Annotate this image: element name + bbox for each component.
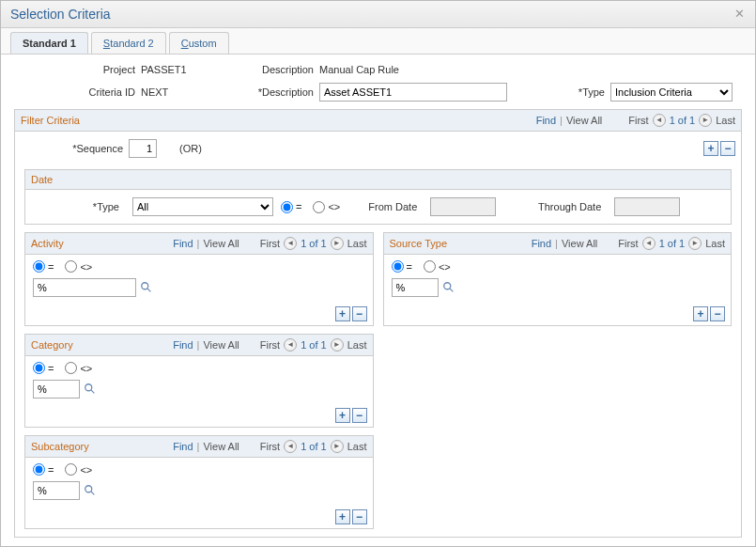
source-type-remove-button[interactable]: − [710, 306, 725, 321]
category-remove-button[interactable]: − [352, 408, 367, 423]
seq-remove-button[interactable]: − [720, 141, 735, 156]
date-type-select[interactable]: All [132, 197, 273, 216]
sequence-input[interactable] [129, 139, 157, 158]
activity-count[interactable]: 1 of 1 [301, 238, 327, 249]
lookup-icon[interactable] [140, 281, 153, 294]
activity-box: Activity Find| View All First ◄ 1 of 1 ►… [24, 232, 374, 326]
source-type-find-link[interactable]: Find [532, 238, 551, 249]
filter-count[interactable]: 1 of 1 [670, 115, 696, 126]
arrow-left-icon[interactable]: ◄ [284, 338, 297, 352]
source-type-neq-radio[interactable]: <> [424, 260, 451, 273]
filter-first[interactable]: First [628, 115, 648, 126]
activity-input[interactable] [33, 278, 136, 297]
subcategory-find-link[interactable]: Find [173, 441, 193, 452]
tab-custom[interactable]: Custom [169, 32, 229, 54]
content: Project PASSET1 Description Manual Cap R… [1, 55, 755, 547]
tab-standard-2[interactable]: Standard 2 [91, 32, 166, 54]
subcategory-add-button[interactable]: + [335, 509, 350, 524]
svg-line-3 [91, 390, 95, 394]
through-date-input[interactable] [614, 197, 680, 216]
activity-find-link[interactable]: Find [173, 238, 193, 249]
filter-criteria-title: Filter Criteria [21, 115, 536, 126]
date-neq-radio[interactable]: <> [313, 201, 340, 213]
arrow-left-icon[interactable]: ◄ [284, 440, 297, 453]
category-first[interactable]: First [260, 339, 280, 351]
req-description-label: Description [244, 86, 319, 98]
arrow-right-icon[interactable]: ► [331, 237, 344, 250]
category-count[interactable]: 1 of 1 [301, 339, 327, 351]
activity-last[interactable]: Last [347, 238, 367, 249]
lookup-icon[interactable] [442, 281, 455, 294]
subcategory-view-all[interactable]: View All [203, 441, 239, 452]
activity-eq-radio[interactable]: = [33, 260, 54, 273]
source-type-view-all[interactable]: View All [562, 238, 597, 249]
category-view-all[interactable]: View All [203, 339, 239, 351]
date-type-label: Type [31, 201, 125, 212]
source-type-add-button[interactable]: + [693, 306, 708, 321]
category-input[interactable] [33, 380, 80, 399]
or-label: (OR) [179, 143, 202, 154]
date-box: Date Type All = <> From Date Through Dat… [24, 169, 732, 225]
subcategory-last[interactable]: Last [347, 441, 367, 452]
subcategory-title: Subcategory [31, 441, 89, 452]
category-add-button[interactable]: + [335, 408, 350, 423]
source-type-last[interactable]: Last [705, 238, 725, 249]
from-date-label: From Date [347, 201, 423, 212]
activity-add-button[interactable]: + [335, 306, 350, 321]
selection-criteria-window: Selection Criteria ✕ Standard 1 Standard… [0, 0, 756, 547]
svg-point-4 [85, 486, 92, 492]
arrow-right-icon[interactable]: ► [688, 237, 702, 250]
activity-title: Activity [31, 238, 64, 249]
arrow-right-icon[interactable]: ► [331, 440, 344, 453]
category-title: Category [31, 339, 73, 351]
type-select[interactable]: Inclusion Criteria [610, 83, 733, 102]
category-last[interactable]: Last [347, 339, 367, 351]
subcategory-neq-radio[interactable]: <> [65, 463, 92, 476]
arrow-right-icon[interactable]: ► [331, 338, 344, 352]
tab-standard-1[interactable]: Standard 1 [10, 32, 88, 54]
activity-remove-button[interactable]: − [352, 306, 367, 321]
subcategory-input[interactable] [33, 481, 80, 500]
arrow-left-icon[interactable]: ◄ [284, 237, 297, 250]
filter-view-all[interactable]: View All [566, 115, 602, 126]
arrow-left-icon[interactable]: ◄ [642, 237, 656, 250]
through-date-label: Through Date [503, 201, 607, 212]
subcategory-eq-radio[interactable]: = [33, 463, 54, 476]
arrow-right-icon[interactable]: ► [699, 114, 712, 127]
source-type-first[interactable]: First [618, 238, 638, 249]
filter-criteria-box: Filter Criteria Find | View All First ◄ … [14, 109, 742, 538]
filter-last[interactable]: Last [716, 115, 735, 126]
project-label: Project [14, 64, 141, 75]
lookup-icon[interactable] [84, 383, 97, 396]
req-description-input[interactable] [319, 83, 507, 102]
filter-find-link[interactable]: Find [536, 115, 556, 126]
filter-nav: Find | View All First ◄ 1 of 1 ► Last [536, 114, 735, 127]
source-type-eq-radio[interactable]: = [392, 260, 412, 273]
from-date-input[interactable] [430, 197, 496, 216]
source-type-title: Source Type [390, 238, 448, 249]
close-icon[interactable]: ✕ [733, 8, 746, 21]
source-type-count[interactable]: 1 of 1 [659, 238, 686, 249]
lookup-icon[interactable] [84, 484, 97, 497]
svg-point-6 [443, 283, 450, 289]
type-label: Type [507, 86, 610, 98]
activity-neq-radio[interactable]: <> [65, 260, 92, 273]
criteria-id-label: Criteria ID [14, 86, 141, 98]
category-eq-radio[interactable]: = [33, 362, 54, 374]
window-title: Selection Criteria [10, 7, 111, 22]
activity-view-all[interactable]: View All [203, 238, 239, 249]
subcategory-remove-button[interactable]: − [352, 509, 367, 524]
category-neq-radio[interactable]: <> [65, 362, 92, 374]
activity-first[interactable]: First [260, 238, 280, 249]
seq-add-button[interactable]: + [703, 141, 718, 156]
date-eq-radio[interactable]: = [281, 201, 301, 213]
svg-line-7 [449, 289, 453, 292]
subcategory-first[interactable]: First [260, 441, 280, 452]
source-type-input[interactable] [392, 278, 439, 297]
category-find-link[interactable]: Find [173, 339, 193, 351]
titlebar: Selection Criteria ✕ [1, 1, 755, 28]
arrow-left-icon[interactable]: ◄ [653, 114, 666, 127]
criteria-id-value: NEXT [141, 86, 244, 98]
svg-line-1 [147, 289, 151, 292]
subcategory-count[interactable]: 1 of 1 [301, 441, 327, 452]
